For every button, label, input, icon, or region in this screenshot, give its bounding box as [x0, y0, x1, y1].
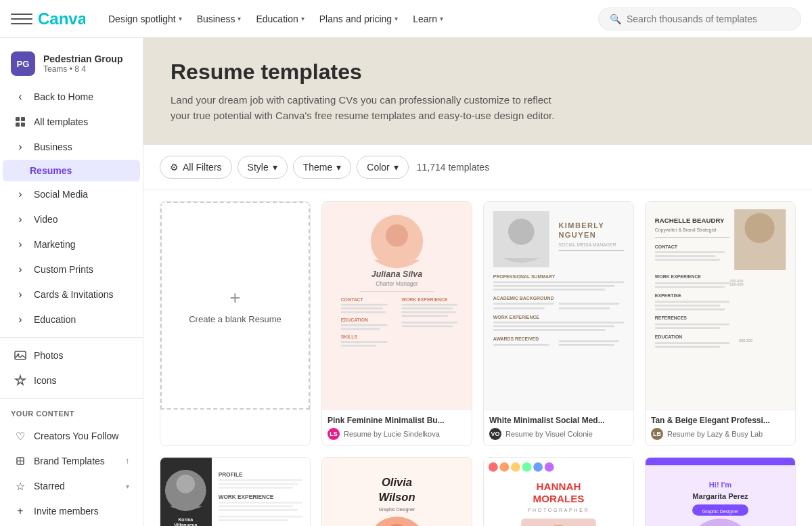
- search-input[interactable]: [627, 14, 790, 24]
- sidebar-item-education[interactable]: › Education: [3, 307, 140, 332]
- template-thumb: HANNAH MORALES PHOTOGRAPHER: [484, 458, 633, 526]
- svg-text:EDUCATION: EDUCATION: [341, 317, 368, 322]
- templates-section: + Create a blank Resume: [143, 190, 812, 526]
- svg-text:ACADEMIC BACKGROUND: ACADEMIC BACKGROUND: [493, 296, 554, 301]
- nav-business[interactable]: Business ▾: [190, 9, 248, 28]
- sidebar-item-marketing[interactable]: › Marketing: [3, 232, 140, 257]
- svg-rect-64: [655, 251, 725, 253]
- sidebar-item-resumes[interactable]: Resumes: [3, 160, 140, 181]
- template-card-white-minimalist[interactable]: KIMBERLY NGUYEN SOCIAL MEDIA MANAGER PRO…: [483, 201, 634, 446]
- svg-rect-54: [559, 341, 620, 343]
- svg-point-35: [508, 219, 535, 245]
- author-avatar: LB: [651, 428, 663, 440]
- search-icon: 🔍: [610, 14, 621, 24]
- template-thumb: Juliana Silva Charter Manager CONTACT ED…: [322, 202, 472, 410]
- template-author: VO Resume by Visuel Colonie: [489, 428, 628, 440]
- svg-rect-133: [646, 458, 795, 465]
- sidebar-item-back-home[interactable]: ‹ Back to Home: [3, 85, 140, 109]
- svg-text:SKILLS: SKILLS: [341, 334, 358, 339]
- svg-rect-104: [219, 519, 289, 521]
- template-card-pink-feminine[interactable]: Juliana Silva Charter Manager CONTACT ED…: [321, 201, 472, 446]
- sidebar-item-invite-members[interactable]: + Invite members: [3, 499, 140, 523]
- svg-rect-74: [655, 305, 721, 307]
- svg-rect-70: [655, 286, 725, 288]
- nav-learn[interactable]: Learn ▾: [406, 9, 450, 28]
- svg-text:Juliana Silva: Juliana Silva: [371, 269, 422, 279]
- template-thumb: RACHELLE BEAUDRY Copywriter & Brand Stra…: [646, 202, 795, 410]
- hero-banner: Resume templates Land your dream job wit…: [143, 38, 812, 145]
- chevron-right-icon: ›: [14, 238, 27, 251]
- sidebar-item-social-media[interactable]: › Social Media: [3, 182, 140, 206]
- theme-filter-button[interactable]: Theme ▾: [293, 156, 352, 179]
- svg-rect-75: [655, 309, 725, 311]
- template-card-margarita[interactable]: Hi! I'm Margarita Perez Graphic Designer: [645, 457, 796, 526]
- template-thumb: KIMBERLY NGUYEN SOCIAL MEDIA MANAGER PRO…: [484, 202, 633, 410]
- sidebar-item-photos[interactable]: Photos: [3, 343, 140, 368]
- svg-rect-100: [219, 502, 302, 504]
- svg-text:WORK EXPERIENCE: WORK EXPERIENCE: [493, 315, 540, 320]
- svg-rect-1: [16, 117, 20, 121]
- template-thumb: Hi! I'm Margarita Perez Graphic Designer: [646, 458, 795, 526]
- nav-education[interactable]: Education ▾: [249, 9, 311, 28]
- template-info: Tan & Beige Elegant Professi... LB Resum…: [646, 410, 795, 445]
- chevron-right-icon: ›: [14, 213, 27, 226]
- svg-rect-5: [15, 351, 26, 359]
- color-filter-button[interactable]: Color ▾: [357, 156, 408, 179]
- sidebar-item-icons[interactable]: Icons: [3, 368, 140, 393]
- sidebar-item-creators[interactable]: ♡ Creators You Follow: [3, 424, 140, 448]
- template-card-tan-beige[interactable]: RACHELLE BEAUDRY Copywriter & Brand Stra…: [645, 201, 796, 446]
- svg-text:PROFILE: PROFILE: [219, 472, 243, 478]
- svg-rect-102: [219, 509, 298, 511]
- author-name: Resume by Visuel Colonie: [505, 430, 593, 438]
- sidebar-item-video[interactable]: › Video: [3, 207, 140, 232]
- sidebar-item-custom-prints[interactable]: › Custom Prints: [3, 257, 140, 282]
- svg-text:200-200: 200-200: [729, 282, 743, 286]
- workspace-meta: Teams • 8 4: [43, 64, 132, 74]
- sidebar-item-starred[interactable]: ☆ Starred ▾: [3, 474, 140, 498]
- svg-text:Graphic Designer: Graphic Designer: [379, 507, 415, 512]
- chevron-down-icon: ▾: [126, 483, 129, 490]
- svg-text:WORK EXPERIENCE: WORK EXPERIENCE: [219, 494, 274, 500]
- hamburger-menu[interactable]: [11, 8, 32, 30]
- chevron-down-icon: ▾: [273, 162, 277, 173]
- svg-text:PROFESSIONAL SUMMARY: PROFESSIONAL SUMMARY: [493, 274, 556, 279]
- template-info: White Minimalist Social Med... VO Resume…: [484, 410, 633, 445]
- photos-icon: [14, 349, 27, 362]
- svg-text:PHOTOGRAPHER: PHOTOGRAPHER: [528, 508, 590, 512]
- svg-point-119: [499, 462, 509, 472]
- svg-rect-24: [341, 341, 388, 343]
- sidebar-item-brand-templates[interactable]: Brand Templates ↑: [3, 449, 140, 473]
- template-card-olivia[interactable]: Olivia Wilson Graphic Designer About Me: [321, 457, 472, 526]
- canva-logo[interactable]: Canva: [38, 9, 85, 28]
- all-filters-button[interactable]: ⚙ All Filters: [160, 156, 232, 179]
- svg-point-121: [522, 462, 532, 472]
- blank-template-card[interactable]: + Create a blank Resume: [160, 201, 311, 446]
- main-content: Resume templates Land your dream job wit…: [143, 38, 812, 526]
- svg-rect-68: [655, 282, 730, 284]
- page-title: Resume templates: [171, 60, 785, 85]
- sidebar-item-all-templates[interactable]: All templates: [3, 110, 140, 134]
- workspace-name: Pedestrian Group: [43, 53, 132, 64]
- svg-text:Margarita Perez: Margarita Perez: [692, 492, 748, 500]
- star-icon: ☆: [14, 479, 27, 493]
- svg-text:Olivia: Olivia: [382, 476, 412, 489]
- svg-rect-46: [559, 303, 620, 305]
- template-card-korina[interactable]: Korina Villanueva Professional Accountan…: [160, 457, 311, 526]
- sidebar-item-cards-invitations[interactable]: › Cards & Invitations: [3, 282, 140, 307]
- svg-text:HANNAH: HANNAH: [537, 481, 581, 492]
- templates-grid: + Create a blank Resume: [160, 201, 796, 526]
- search-bar[interactable]: 🔍: [598, 7, 801, 30]
- chevron-icon: ▾: [440, 15, 443, 22]
- svg-text:Villanueva: Villanueva: [174, 523, 197, 526]
- hero-subtitle: Land your dream job with captivating CVs…: [171, 93, 563, 123]
- sidebar-item-business[interactable]: › Business: [3, 135, 140, 159]
- style-filter-button[interactable]: Style ▾: [238, 156, 288, 179]
- nav-design-spotlight[interactable]: Design spotlight ▾: [102, 9, 189, 28]
- svg-point-122: [533, 462, 543, 472]
- template-card-hannah[interactable]: HANNAH MORALES PHOTOGRAPHER: [483, 457, 634, 526]
- svg-rect-127: [521, 519, 596, 526]
- chevron-right-icon: ›: [14, 140, 27, 154]
- svg-rect-42: [493, 285, 615, 287]
- svg-point-118: [489, 462, 498, 472]
- nav-plans[interactable]: Plans and pricing ▾: [313, 9, 405, 28]
